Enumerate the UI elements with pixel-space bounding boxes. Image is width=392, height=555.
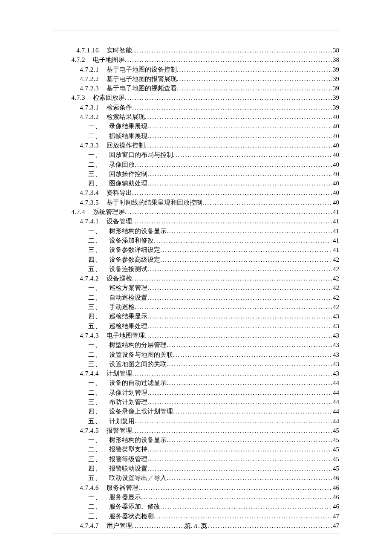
toc-leader-dots xyxy=(147,312,332,321)
toc-entry-number: 一、 xyxy=(53,283,109,292)
toc-entry-title: 巡检结果显示 xyxy=(109,312,147,321)
toc-entry-number: 三、 xyxy=(53,245,109,254)
toc-entry-title: 基于电子地图的设备控制 xyxy=(107,65,177,74)
toc-entry: 4.7.3.5基于时间线的结果呈现和回放控制40 xyxy=(53,198,339,207)
toc-entry-page: 44 xyxy=(332,388,339,397)
toc-leader-dots xyxy=(145,331,332,340)
toc-entry-number: 二、 xyxy=(53,502,109,511)
page-number: 第 4 页 xyxy=(184,523,208,529)
toc-leader-dots xyxy=(167,340,332,350)
toc-entry-number: 三、 xyxy=(53,397,109,407)
toc-entry-title: 布防计划管理 xyxy=(109,397,147,407)
toc-entry-page: 45 xyxy=(332,454,339,464)
toc-entry: 4.7.3检索回放屏39 xyxy=(53,93,339,102)
toc-entry-number: 二、 xyxy=(53,131,109,141)
toc-leader-dots xyxy=(125,55,332,64)
toc-entry: 4.7.3.2检索结果展现40 xyxy=(53,112,339,121)
toc-entry-number: 4.7.4.3 xyxy=(53,331,107,340)
toc-leader-dots xyxy=(177,84,332,93)
toc-leader-dots xyxy=(147,264,332,274)
toc-leader-dots xyxy=(173,407,332,416)
toc-entry-number: 4.7.3.4 xyxy=(53,188,107,197)
toc-entry-title: 报警类型支持 xyxy=(109,445,147,454)
toc-entry: 4.7.2电子地图屏38 xyxy=(53,55,339,64)
toc-entry: 二、录像计划管理44 xyxy=(53,388,339,397)
toc-entry-title: 基于电子地图的视频查看 xyxy=(107,84,177,93)
toc-leader-dots xyxy=(177,74,332,84)
toc-entry-page: 40 xyxy=(332,121,339,131)
toc-entry-number: 4.7.2.1 xyxy=(53,65,107,74)
toc-entry-page: 40 xyxy=(332,112,339,121)
toc-entry: 二、设备添加和修改41 xyxy=(53,236,339,245)
toc-entry-title: 设置设备与地图的关联 xyxy=(109,350,173,359)
toc-entry: 四、图像辅助处理40 xyxy=(53,179,339,188)
toc-entry-title: 设备添加和修改 xyxy=(109,236,154,245)
toc-entry-title: 报警联动设置 xyxy=(109,464,147,473)
toc-entry: 一、树形结构的设备显示41 xyxy=(53,226,339,236)
toc-entry-page: 42 xyxy=(332,255,339,264)
toc-leader-dots xyxy=(147,454,332,464)
toc-entry: 二、服务器添加、修改46 xyxy=(53,502,339,511)
toc-entry: 4.7.1.16实时智能38 xyxy=(53,46,339,55)
toc-entry-page: 42 xyxy=(332,283,339,292)
toc-entry-page: 42 xyxy=(332,264,339,274)
toc-entry-title: 服务器管理 xyxy=(107,483,138,492)
toc-entry-number: 一、 xyxy=(53,150,109,159)
toc-entry: 三、布防计划管理44 xyxy=(53,397,339,407)
toc-entry-page: 39 xyxy=(332,84,339,93)
toc-entry-page: 40 xyxy=(332,131,339,141)
toc-entry-number: 三、 xyxy=(53,169,109,179)
toc-entry-number: 4.7.4.5 xyxy=(53,426,107,435)
toc-entry-page: 40 xyxy=(332,141,339,150)
toc-leader-dots xyxy=(125,207,332,217)
toc-entry-title: 服务器显示 xyxy=(109,492,141,502)
toc-leader-dots xyxy=(147,464,332,473)
toc-entry: 一、回放窗口的布局与控制40 xyxy=(53,150,339,159)
toc-entry: 4.7.3.3回放操作控制40 xyxy=(53,141,339,150)
toc-entry-number: 三、 xyxy=(53,359,109,369)
toc-entry-page: 45 xyxy=(332,445,339,454)
toc-entry-page: 44 xyxy=(332,416,339,426)
toc-entry-title: 录像结果展现 xyxy=(109,121,147,131)
toc-entry-number: 4.7.2.2 xyxy=(53,74,107,84)
toc-entry: 4.7.4.6服务器管理46 xyxy=(53,483,339,492)
toc-entry-title: 检索条件 xyxy=(107,103,132,112)
toc-entry: 4.7.2.2基于电子地图的报警展现39 xyxy=(53,74,339,84)
toc-entry-number: 4.7.4.6 xyxy=(53,483,107,492)
toc-entry: 三、设备参数详细设定41 xyxy=(53,245,339,254)
toc-entry-number: 二、 xyxy=(53,350,109,359)
toc-entry-page: 39 xyxy=(332,103,339,112)
toc-entry-page: 41 xyxy=(332,217,339,226)
toc-entry-number: 4.7.1.16 xyxy=(53,46,107,55)
toc-entry-title: 自动巡检设置 xyxy=(109,293,147,302)
toc-leader-dots xyxy=(177,65,332,74)
toc-entry-page: 39 xyxy=(332,93,339,102)
toc-entry: 二、报警类型支持45 xyxy=(53,445,339,454)
toc-entry-number: 五、 xyxy=(53,264,109,274)
toc-entry-title: 电子地图屏 xyxy=(93,55,125,64)
toc-entry-page: 44 xyxy=(332,407,339,416)
toc-entry-number: 4.7.3 xyxy=(53,93,93,102)
toc-entry-title: 巡检结果处理 xyxy=(109,321,147,331)
toc-entry: 三、设置地图之间的关联43 xyxy=(53,359,339,369)
toc-entry-page: 43 xyxy=(332,369,339,378)
toc-entry-page: 41 xyxy=(332,207,339,217)
toc-leader-dots xyxy=(138,483,332,492)
toc-leader-dots xyxy=(145,112,332,121)
toc-entry-title: 服务器添加、修改 xyxy=(109,502,160,511)
toc-entry: 四、报警联动设置45 xyxy=(53,464,339,473)
toc-entry-number: 二、 xyxy=(53,160,109,169)
toc-entry: 三、报警等级管理45 xyxy=(53,454,339,464)
toc-leader-dots xyxy=(145,141,332,150)
toc-leader-dots xyxy=(147,283,332,292)
toc-entry-title: 计划管理 xyxy=(107,369,132,378)
toc-entry-title: 基于电子地图的报警展现 xyxy=(107,74,177,84)
table-of-contents: 4.7.1.16实时智能384.7.2电子地图屏384.7.2.1基于电子地图的… xyxy=(53,46,339,530)
toc-entry: 4.7.4.1设备管理41 xyxy=(53,217,339,226)
toc-entry: 4.7.4.4计划管理43 xyxy=(53,369,339,378)
toc-entry-page: 43 xyxy=(332,312,339,321)
toc-entry-title: 设备录像上载计划管理 xyxy=(109,407,173,416)
toc-leader-dots xyxy=(154,512,332,521)
toc-entry-page: 40 xyxy=(332,198,339,207)
toc-entry-number: 一、 xyxy=(53,435,109,445)
